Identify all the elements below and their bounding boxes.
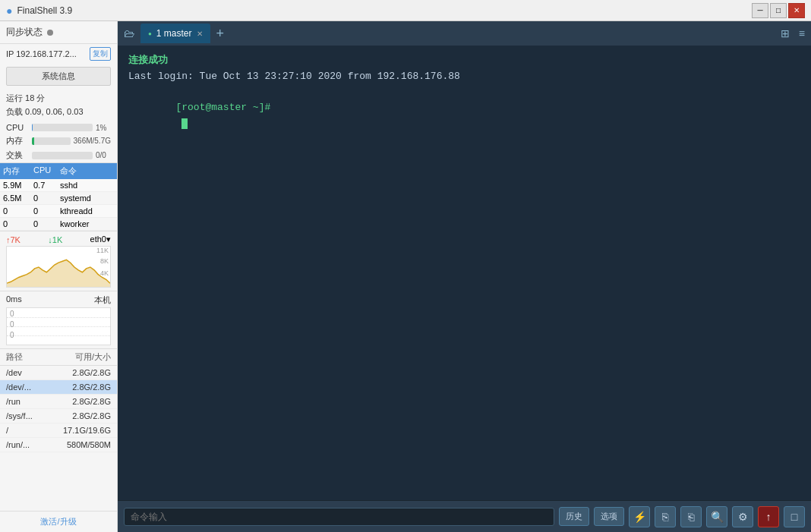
- load-label: 负载 0.09, 0.06, 0.03: [6, 105, 111, 119]
- proc-cpu: 0: [30, 218, 57, 230]
- disk-path: /run/...: [6, 440, 50, 449]
- disk-row[interactable]: /sys/f... 2.8G/2.8G: [0, 409, 117, 423]
- proc-mem: 5.9M: [0, 179, 30, 191]
- connect-message: 连接成功: [128, 53, 800, 69]
- grid-view-button[interactable]: ⊞: [778, 26, 793, 41]
- mem-value: 366M/5.7G: [74, 137, 111, 145]
- terminal[interactable]: 连接成功 Last login: Tue Oct 13 23:27:10 202…: [118, 46, 811, 500]
- tab-label: 1 master: [156, 28, 192, 39]
- tab-add-button[interactable]: +: [213, 26, 228, 42]
- disk-path: /run: [6, 397, 50, 406]
- search-icon-button[interactable]: 🔍: [706, 506, 727, 527]
- disk-row[interactable]: /run 2.8G/2.8G: [0, 395, 117, 409]
- cursor: [181, 118, 188, 129]
- mem-bar-fill: [32, 137, 34, 145]
- close-button[interactable]: ✕: [788, 3, 805, 18]
- prompt-text: [root@master ~]#: [175, 102, 270, 113]
- proc-cmd: kworker: [57, 218, 117, 230]
- swap-bar-container: [32, 152, 93, 159]
- disk-row[interactable]: /dev/... 2.8G/2.8G: [0, 380, 117, 395]
- proc-cmd: kthreadd: [57, 205, 117, 217]
- maximize-button[interactable]: □: [770, 3, 787, 18]
- process-row[interactable]: 5.9M 0.7 sshd: [0, 179, 117, 192]
- proc-cmd: systemd: [57, 192, 117, 204]
- chart-label-4k: 4K: [100, 269, 109, 277]
- window-icon-button[interactable]: □: [784, 506, 805, 527]
- folder-icon[interactable]: 🗁: [121, 25, 137, 42]
- ping-local: 本机: [94, 294, 111, 306]
- menu-button[interactable]: ≡: [796, 26, 808, 41]
- copy-icon-button[interactable]: ⎘: [655, 506, 676, 527]
- tabs-right: ⊞ ≡: [778, 26, 808, 41]
- ping-header: 0ms 本机: [6, 294, 111, 306]
- ip-row: IP 192.168.177.2... 复制: [0, 44, 117, 64]
- disk-size: 17.1G/19.6G: [50, 426, 111, 435]
- chart-label-11k: 11K: [96, 247, 109, 254]
- network-chart: 11K 8K 4K: [6, 246, 111, 288]
- lightning-icon-button[interactable]: ⚡: [629, 506, 650, 527]
- title-text: FinalShell 3.9: [17, 5, 72, 16]
- tab-close-icon[interactable]: ✕: [197, 30, 203, 38]
- copy-button[interactable]: 复制: [90, 47, 111, 61]
- disk-size: 2.8G/2.8G: [50, 411, 111, 420]
- process-header: 内存 CPU 命令: [0, 163, 117, 179]
- disk-row[interactable]: / 17.1G/19.6G: [0, 423, 117, 438]
- proc-mem: 6.5M: [0, 192, 30, 204]
- proc-mem: 0: [0, 218, 30, 230]
- tabs-left: 🗁 ● 1 master ✕ +: [121, 24, 227, 43]
- disk-size: 580M/580M: [50, 440, 111, 449]
- network-section: ↑7K ↓1K eth0▾ 11K 8K 4K: [0, 231, 117, 291]
- ping-grid-1: [7, 317, 110, 318]
- disk-path: /sys/f...: [6, 411, 50, 420]
- proc-header-cpu[interactable]: CPU: [30, 163, 57, 179]
- mem-label: 内存: [6, 135, 29, 146]
- disk-size: 2.8G/2.8G: [50, 368, 111, 377]
- paste-icon-button[interactable]: ⎗: [680, 506, 702, 527]
- sync-status: 同步状态: [0, 21, 117, 44]
- history-button[interactable]: 历史: [559, 507, 589, 526]
- disk-path: /dev: [6, 368, 50, 377]
- upload-icon-button[interactable]: ↑: [758, 506, 779, 527]
- minimize-button[interactable]: ─: [752, 3, 768, 18]
- proc-header-cmd[interactable]: 命令: [57, 163, 117, 179]
- proc-header-mem[interactable]: 内存: [0, 163, 30, 179]
- tab-master[interactable]: ● 1 master ✕: [140, 24, 210, 43]
- cpu-value: 1%: [96, 124, 111, 132]
- net-interface[interactable]: eth0▾: [90, 235, 111, 244]
- process-row[interactable]: 0 0 kthreadd: [0, 205, 117, 218]
- chart-label-8k: 8K: [100, 257, 109, 265]
- disk-size: 2.8G/2.8G: [50, 397, 111, 406]
- swap-value: 0/0: [96, 151, 111, 159]
- disk-header-size: 可用/大小: [50, 351, 111, 363]
- proc-cpu: 0: [30, 205, 57, 217]
- process-row[interactable]: 0 0 kworker: [0, 218, 117, 231]
- settings-icon-button[interactable]: ⚙: [732, 506, 753, 527]
- swap-stat-row: 交换 0/0: [0, 148, 117, 162]
- mem-stat-row: 内存 366M/5.7G: [0, 134, 117, 148]
- process-table: 内存 CPU 命令 5.9M 0.7 sshd 6.5M 0 systemd 0…: [0, 162, 117, 231]
- cpu-bar-fill: [32, 124, 33, 131]
- last-login-line: Last login: Tue Oct 13 23:27:10 2020 fro…: [128, 69, 800, 85]
- activate-bar[interactable]: 激活/升级: [0, 511, 117, 532]
- ping-grid-3: [7, 335, 110, 336]
- proc-cpu: 0.7: [30, 179, 57, 191]
- proc-cmd: sshd: [57, 179, 117, 191]
- ping-section: 0ms 本机 0 0 0: [0, 291, 117, 348]
- sysinfo-button[interactable]: 系统信息: [6, 67, 111, 86]
- disk-size: 2.8G/2.8G: [50, 382, 111, 392]
- options-button[interactable]: 选项: [594, 507, 624, 526]
- main-layout: 同步状态 IP 192.168.177.2... 复制 系统信息 运行 18 分…: [0, 21, 811, 532]
- net-up: ↑7K: [6, 235, 21, 244]
- disk-row[interactable]: /run/... 580M/580M: [0, 438, 117, 452]
- app-icon: ●: [6, 5, 12, 17]
- cpu-stat-row: CPU 1%: [0, 121, 117, 134]
- cpu-label: CPU: [6, 123, 29, 132]
- disk-row[interactable]: /dev 2.8G/2.8G: [0, 366, 117, 380]
- ping-chart: 0 0 0: [6, 307, 111, 345]
- process-row[interactable]: 6.5M 0 systemd: [0, 192, 117, 205]
- disk-header: 路径 可用/大小: [0, 349, 117, 366]
- right-panel: 🗁 ● 1 master ✕ + ⊞ ≡ 连接成功 Last login: Tu…: [118, 21, 811, 532]
- ping-label: 0ms: [6, 294, 22, 306]
- command-input[interactable]: [124, 508, 554, 526]
- svg-marker-0: [7, 260, 110, 288]
